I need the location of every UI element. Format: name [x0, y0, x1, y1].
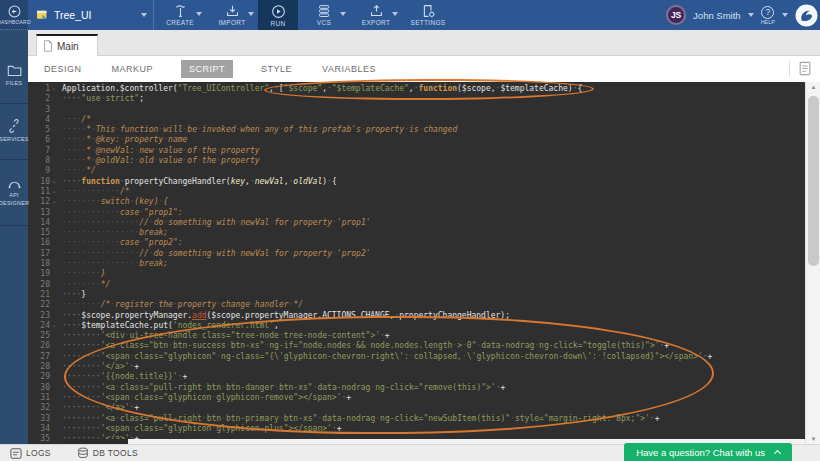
line-number[interactable]: 1 — [28, 84, 50, 94]
line-number[interactable]: 31 — [28, 393, 50, 403]
vertical-scrollbar[interactable]: ▲ ▼ — [805, 82, 820, 444]
code-line[interactable]: 5·····*·This·function·will·be·invoked·wh… — [28, 125, 805, 135]
sidebar-item-api-designer[interactable]: API DESIGNER — [0, 160, 28, 226]
chevron-down-icon[interactable] — [782, 13, 788, 17]
fold-marker-icon[interactable]: - — [50, 84, 58, 94]
line-number[interactable]: 32 — [28, 403, 50, 413]
scroll-up-arrow-icon[interactable]: ▲ — [806, 82, 820, 92]
code-line[interactable]: 10-····function·propertyChangeHandler(ke… — [28, 177, 805, 187]
user-name[interactable]: John Smith — [693, 10, 741, 21]
user-avatar[interactable]: JS — [666, 5, 686, 25]
line-number[interactable]: 20 — [28, 280, 50, 290]
fold-marker-icon[interactable]: - — [50, 177, 58, 187]
line-number[interactable]: 13 — [28, 208, 50, 218]
code-line[interactable]: 6·····*·@key:·property·name — [28, 135, 805, 145]
code-line[interactable]: 23····$scope.propertyManager.add($scope.… — [28, 311, 805, 321]
db-tools-button[interactable]: DB TOOLS — [77, 447, 138, 459]
line-number[interactable]: 16 — [28, 238, 50, 248]
line-number[interactable]: 5 — [28, 125, 50, 135]
code-line[interactable]: 1-Application.$controller("Tree_UIContro… — [28, 84, 805, 94]
line-number[interactable]: 12 — [28, 197, 50, 207]
line-number[interactable]: 3 — [28, 105, 50, 115]
tab-markup[interactable]: MARKUP — [110, 60, 156, 78]
code-line[interactable]: 3 — [28, 105, 805, 115]
line-number[interactable]: 2 — [28, 94, 50, 104]
code-line[interactable]: 16············case·"prop2": — [28, 238, 805, 248]
code-line[interactable]: 18················break; — [28, 259, 805, 269]
line-number[interactable]: 11 — [28, 187, 50, 197]
code-line[interactable]: 14················//·do·something·with·n… — [28, 218, 805, 228]
code-line[interactable]: 9·····*/ — [28, 166, 805, 176]
code-line[interactable]: 28········'</a>'·+ — [28, 362, 805, 372]
line-number[interactable]: 29 — [28, 372, 50, 382]
line-number[interactable]: 23 — [28, 311, 50, 321]
code-line[interactable]: 33········'<a·class="pull-right·btn·btn-… — [28, 414, 805, 424]
vertical-scrollbar-thumb[interactable] — [808, 96, 819, 266]
project-selector[interactable]: Tree_UI — [28, 0, 154, 30]
code-line[interactable]: 11-············/* — [28, 187, 805, 197]
line-number[interactable]: 24 — [28, 321, 50, 331]
chevron-down-icon[interactable] — [748, 13, 754, 17]
sidebar-item-services[interactable]: SERVICES — [0, 104, 28, 160]
line-number[interactable]: 27 — [28, 352, 50, 362]
sidebar-item-dashboard[interactable]: DASHBOARD — [0, 0, 28, 30]
code-line[interactable]: 7·····*·@newVal:·new·value·of·the·proper… — [28, 146, 805, 156]
line-number[interactable]: 19 — [28, 269, 50, 279]
code-line[interactable]: 2····"use·strict"; — [28, 94, 805, 104]
code-line[interactable]: 25········'<div·ui-tree-handle·class="tr… — [28, 331, 805, 341]
line-number[interactable]: 22 — [28, 300, 50, 310]
code-line[interactable]: 19········} — [28, 269, 805, 279]
tab-script[interactable]: SCRIPT — [181, 60, 233, 78]
code-line[interactable]: 13············case·"prop1": — [28, 208, 805, 218]
line-number[interactable]: 17 — [28, 249, 50, 259]
help-button[interactable]: ? HELP — [761, 6, 775, 25]
line-number[interactable]: 9 — [28, 166, 50, 176]
import-button[interactable]: IMPORT — [206, 0, 258, 30]
fold-marker-icon[interactable]: - — [50, 187, 58, 197]
line-number[interactable]: 10 — [28, 177, 50, 187]
fold-marker-icon[interactable]: - — [50, 321, 58, 331]
line-number[interactable]: 30 — [28, 383, 50, 393]
code-line[interactable]: 30········'<a·class="pull-right·btn·btn-… — [28, 383, 805, 393]
line-number[interactable]: 21 — [28, 290, 50, 300]
code-line[interactable]: 27········'<span·class="glyphicon"·ng-cl… — [28, 352, 805, 362]
code-line[interactable]: 29········'{{node.title}}'·+ — [28, 372, 805, 382]
tab-style[interactable]: STYLE — [259, 60, 294, 78]
line-number[interactable]: 4 — [28, 115, 50, 125]
wavemaker-logo[interactable] — [795, 4, 818, 27]
code-line[interactable]: 12-········switch·(key)·{ — [28, 197, 805, 207]
tab-design[interactable]: DESIGN — [42, 60, 84, 78]
code-line[interactable]: 21····} — [28, 290, 805, 300]
create-button[interactable]: CREATE — [154, 0, 206, 30]
code-line[interactable]: 8·····*·@oldVal:·old·value·of·the·proper… — [28, 156, 805, 166]
code-line[interactable]: 17················//·do·something·with·n… — [28, 249, 805, 259]
line-number[interactable]: 28 — [28, 362, 50, 372]
code-line[interactable]: 34········'<span·class="glyphicon·glyphi… — [28, 424, 805, 434]
line-number[interactable]: 7 — [28, 146, 50, 156]
logs-button[interactable]: LOGS — [10, 448, 51, 459]
export-button[interactable]: EXPORT — [350, 0, 402, 30]
scroll-down-arrow-icon[interactable]: ▼ — [806, 434, 820, 444]
code-line[interactable]: 31········'<span·class="glyphicon·glyphi… — [28, 393, 805, 403]
line-number[interactable]: 34 — [28, 424, 50, 434]
fold-marker-icon[interactable]: - — [50, 197, 58, 207]
line-number[interactable]: 33 — [28, 414, 50, 424]
line-number[interactable]: 8 — [28, 156, 50, 166]
line-number[interactable]: 14 — [28, 218, 50, 228]
code-line[interactable]: 22········/*·register·the·property·chang… — [28, 300, 805, 310]
line-number[interactable]: 6 — [28, 135, 50, 145]
sidebar-item-files[interactable]: FILES — [0, 48, 28, 104]
line-number[interactable]: 35 — [28, 434, 50, 444]
tab-variables[interactable]: VARIABLES — [320, 60, 378, 78]
code-line[interactable]: 4····/* — [28, 115, 805, 125]
vcs-button[interactable]: VCS — [298, 0, 350, 30]
chat-with-us-button[interactable]: Have a question? Chat with us — [624, 443, 792, 461]
code-line[interactable]: 24-····$templateCache.put('nodes_rendere… — [28, 321, 805, 331]
code-line[interactable]: 32········'</a>'·+ — [28, 403, 805, 413]
code-line[interactable]: 15················break; — [28, 228, 805, 238]
format-code-icon[interactable] — [798, 61, 812, 77]
line-number[interactable]: 26 — [28, 341, 50, 351]
run-button[interactable]: RUN — [258, 0, 298, 30]
settings-button[interactable]: SETTINGS — [402, 0, 454, 30]
line-number[interactable]: 25 — [28, 331, 50, 341]
